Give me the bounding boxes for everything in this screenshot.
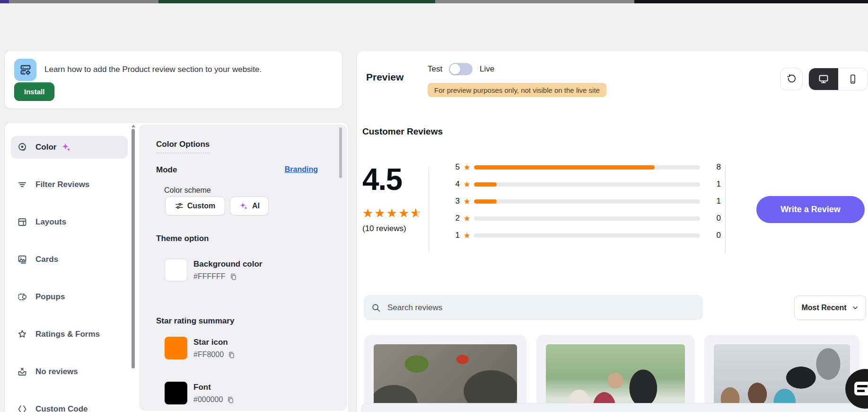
top-strip-black-segment (634, 0, 868, 3)
preview-title: Preview (366, 72, 403, 83)
install-banner-card: Learn how to add the Product review sect… (4, 50, 342, 109)
rating-summary-block: 4.5 ★★★★☆★ (10 reviews) (362, 164, 429, 233)
star-icon-color-swatch[interactable] (165, 337, 187, 359)
sort-label: Most Recent (801, 304, 846, 312)
breakdown-row-1: 1 ★ 0 (452, 227, 721, 244)
toggle-knob (450, 64, 460, 74)
review-card[interactable] (536, 335, 694, 412)
background-color-swatch[interactable] (165, 259, 187, 281)
font-color-swatch[interactable] (165, 382, 187, 404)
rating-bar-fill (474, 165, 655, 170)
sidebar-item-label: Layouts (35, 217, 66, 227)
star-icon-value: #FF8000 (193, 350, 224, 359)
review-card[interactable] (704, 335, 859, 412)
sidebar-item-label: Popups (35, 292, 65, 302)
star-outline-icon (17, 329, 28, 340)
options-title: Color Options (156, 140, 210, 153)
copy-icon[interactable] (229, 273, 237, 281)
scrollbar-up-arrow[interactable] (132, 125, 135, 127)
rating-bar-track (474, 233, 700, 238)
sidebar-item-layouts[interactable]: Layouts (11, 211, 128, 233)
row-review-count: 1 (700, 179, 721, 189)
sidebar-item-color[interactable]: Color (11, 136, 128, 159)
review-photo-food (374, 344, 517, 412)
sidebar-item-cards[interactable]: Cards (11, 248, 128, 271)
ai-scheme-button[interactable]: AI (230, 197, 269, 215)
review-photo-meeting (714, 344, 850, 412)
color-scheme-label: Color scheme (164, 186, 211, 195)
theme-option-label: Theme option (156, 234, 209, 243)
star-icon-label: Star icon (193, 338, 236, 347)
test-live-toggle[interactable] (449, 63, 473, 75)
mode-label: Mode (156, 165, 177, 175)
search-reviews-input[interactable] (387, 303, 695, 313)
star-rating-summary-label: Star rating summary (156, 316, 234, 326)
sidebar-item-label: Cards (35, 255, 58, 264)
average-rating: 4.5 (362, 164, 429, 195)
scrollbar-thumb[interactable] (132, 129, 135, 368)
rating-bar-track (474, 182, 700, 187)
code-icon (17, 403, 28, 412)
layout-icon (17, 216, 28, 228)
reset-preview-button[interactable] (780, 68, 803, 90)
review-search-bar (364, 295, 703, 320)
sidebar-item-filter-reviews[interactable]: Filter Reviews (11, 173, 128, 196)
review-card-list (357, 335, 868, 412)
sort-dropdown[interactable]: Most Recent (794, 296, 866, 320)
copy-icon[interactable] (227, 396, 235, 404)
row-review-count: 0 (700, 231, 721, 240)
desktop-icon (818, 73, 829, 85)
write-review-button[interactable]: Write a Review (756, 196, 865, 223)
custom-scheme-button[interactable]: Custom (165, 197, 225, 215)
mobile-icon (848, 74, 858, 84)
breakdown-row-5: 5 ★ 8 (452, 159, 721, 176)
sidebar-item-no-reviews[interactable]: No reviews (11, 360, 128, 383)
rating-breakdown: 5 ★ 8 4 ★ 1 3 ★ 1 2 ★ 0 1 ★ 0 (452, 159, 721, 244)
sidebar-scrollbar[interactable] (131, 125, 136, 380)
star-icon: ★ (460, 232, 474, 240)
divider (725, 164, 726, 254)
top-strip-purple-segment (0, 0, 9, 3)
desktop-view-button[interactable] (809, 68, 838, 90)
star-icon: ★ (460, 197, 474, 206)
sidebar-item-label: Color (35, 143, 56, 152)
rating-bar-fill (474, 199, 497, 204)
font-color-row: Font #000000 (165, 382, 235, 404)
rating-bar-fill (474, 182, 497, 187)
eye-icon (17, 142, 28, 153)
review-card[interactable] (364, 335, 526, 412)
sidebar-item-label: Filter Reviews (35, 180, 89, 189)
branding-link[interactable]: Branding (285, 165, 318, 174)
popup-icon (17, 291, 28, 303)
star-icon: ★ (460, 180, 474, 188)
sidebar-item-ratings-forms[interactable]: Ratings & Forms (11, 323, 128, 346)
rating-bar-track (474, 216, 700, 221)
ai-sparkle-icon (61, 142, 71, 152)
sidebar-item-label: Custom Code (35, 404, 88, 412)
copy-icon[interactable] (228, 351, 236, 359)
install-message: Learn how to add the Product review sect… (44, 65, 262, 74)
options-scrollbar-thumb[interactable] (339, 127, 342, 178)
ai-button-label: AI (252, 202, 260, 210)
bottom-section-edge (361, 403, 868, 412)
row-star-count: 1 (452, 231, 460, 240)
install-button[interactable]: Install (14, 82, 54, 101)
custom-button-label: Custom (187, 202, 216, 210)
row-star-count: 2 (452, 214, 460, 223)
sidebar-item-label: Ratings & Forms (35, 330, 100, 339)
empty-inbox-icon (17, 366, 28, 377)
ai-sparkle-icon (239, 201, 248, 211)
row-review-count: 0 (700, 214, 721, 223)
row-star-count: 4 (452, 179, 460, 189)
sidebar-item-popups[interactable]: Popups (11, 286, 128, 308)
font-value: #000000 (193, 395, 223, 404)
toggle-live-label: Live (480, 64, 494, 74)
sidebar-item-custom-code[interactable]: Custom Code (11, 398, 128, 412)
font-label: Font (193, 383, 235, 392)
average-stars: ★★★★☆★ (362, 207, 429, 219)
sliders-icon (175, 202, 184, 210)
background-color-row: Background color #FFFFFF (165, 259, 262, 281)
toggle-test-label: Test (428, 64, 442, 74)
mobile-view-button[interactable] (838, 68, 868, 90)
settings-sidebar: Color Filter Reviews Layouts (5, 136, 135, 412)
